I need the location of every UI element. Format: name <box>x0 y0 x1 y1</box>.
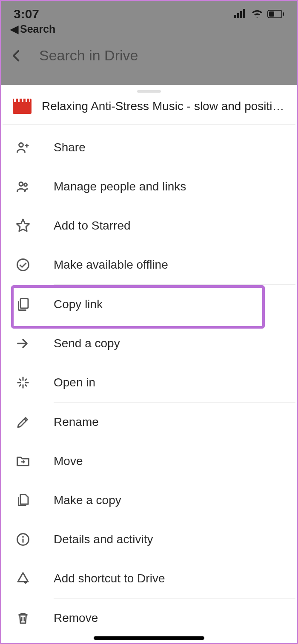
menu-manage-people[interactable]: Manage people and links <box>3 167 295 206</box>
menu-label: Add shortcut to Drive <box>54 572 165 585</box>
menu-move[interactable]: Move <box>3 442 295 481</box>
menu-label: Remove <box>54 611 98 625</box>
menu-make-copy[interactable]: Make a copy <box>3 481 295 520</box>
file-header: Relaxing Anti-Stress Music - slow and po… <box>3 99 295 124</box>
menu-label: Open in <box>54 376 95 389</box>
menu-label: Make available offline <box>54 258 168 272</box>
menu-share[interactable]: Share <box>3 128 295 167</box>
search-row: Search in Drive <box>1 40 297 74</box>
menu-rename[interactable]: Rename <box>3 403 295 442</box>
svg-point-8 <box>19 182 23 186</box>
menu-open-in[interactable]: Open in <box>3 363 295 402</box>
svg-rect-5 <box>269 11 274 17</box>
video-file-icon <box>13 99 32 114</box>
drive-shortcut-icon <box>15 571 31 586</box>
svg-rect-6 <box>283 12 284 16</box>
menu-label: Manage people and links <box>54 180 186 193</box>
file-title: Relaxing Anti-Stress Music - slow and po… <box>42 99 285 113</box>
wifi-icon <box>251 7 263 21</box>
svg-point-7 <box>19 143 23 147</box>
send-icon <box>15 336 31 351</box>
menu-add-starred[interactable]: Add to Starred <box>3 206 295 245</box>
battery-icon <box>267 7 284 21</box>
menu-label: Rename <box>54 415 99 429</box>
move-folder-icon <box>15 454 31 469</box>
open-in-icon <box>15 375 31 390</box>
back-label: Search <box>20 23 55 35</box>
menu-remove[interactable]: Remove <box>3 599 295 638</box>
status-bar: 3:07 <box>1 1 297 23</box>
highlight-copy-link <box>11 285 265 329</box>
menu-label: Share <box>54 141 86 154</box>
context-menu: Share Manage people and links Add to Sta… <box>3 125 295 638</box>
trash-icon <box>15 610 31 626</box>
menu-label: Send a copy <box>54 337 120 350</box>
svg-point-9 <box>24 183 27 186</box>
pencil-icon <box>15 414 31 430</box>
menu-add-shortcut[interactable]: Add shortcut to Drive <box>3 559 295 598</box>
svg-rect-3 <box>243 9 245 18</box>
menu-label: Move <box>54 454 83 468</box>
star-icon <box>15 218 31 233</box>
chevron-left-icon[interactable] <box>9 48 24 63</box>
status-indicators <box>234 7 284 21</box>
svg-rect-0 <box>234 15 236 18</box>
svg-rect-2 <box>240 11 242 18</box>
menu-available-offline[interactable]: Make available offline <box>3 245 295 284</box>
sheet-grabber[interactable] <box>137 90 161 93</box>
svg-point-13 <box>22 536 24 538</box>
info-icon <box>15 532 31 547</box>
menu-label: Make a copy <box>54 494 121 507</box>
home-indicator[interactable] <box>94 636 204 640</box>
background-dimmed: 3:07 ◀ Search Search in Drive <box>1 1 297 85</box>
duplicate-icon <box>15 493 31 508</box>
search-input[interactable]: Search in Drive <box>39 47 138 64</box>
menu-label: Details and activity <box>54 533 153 546</box>
offline-icon <box>15 257 31 272</box>
bottom-sheet: Relaxing Anti-Stress Music - slow and po… <box>3 85 295 641</box>
people-icon <box>15 179 31 194</box>
cellular-icon <box>234 7 247 21</box>
person-add-icon <box>15 140 31 155</box>
svg-rect-1 <box>237 13 239 18</box>
back-to-search[interactable]: ◀ Search <box>1 23 297 40</box>
menu-details[interactable]: Details and activity <box>3 520 295 559</box>
menu-send-copy[interactable]: Send a copy <box>3 324 295 363</box>
menu-label: Add to Starred <box>54 219 131 233</box>
status-time: 3:07 <box>14 7 39 21</box>
back-triangle-icon: ◀ <box>10 23 18 35</box>
svg-point-10 <box>17 259 29 271</box>
